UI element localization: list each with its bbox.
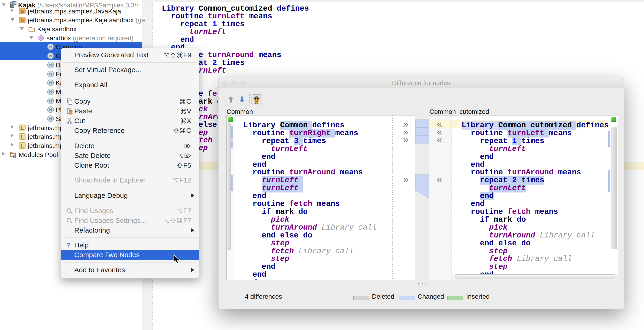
svg-text:L: L (21, 134, 24, 139)
svg-text:N: N (49, 99, 52, 103)
svg-text:S: S (21, 18, 24, 22)
svg-text:M: M (40, 36, 43, 40)
svg-text:N: N (49, 72, 52, 76)
svg-text:L: L (21, 125, 24, 131)
svg-text:N: N (49, 117, 52, 121)
svg-text:N: N (49, 81, 52, 85)
svg-text:N: N (49, 108, 52, 112)
svg-text:S: S (21, 9, 24, 14)
svg-text:L: L (21, 143, 24, 148)
svg-text:N: N (49, 90, 52, 94)
svg-text:N: N (49, 54, 52, 58)
svg-text:N: N (49, 63, 52, 67)
svg-text:N: N (49, 45, 52, 49)
